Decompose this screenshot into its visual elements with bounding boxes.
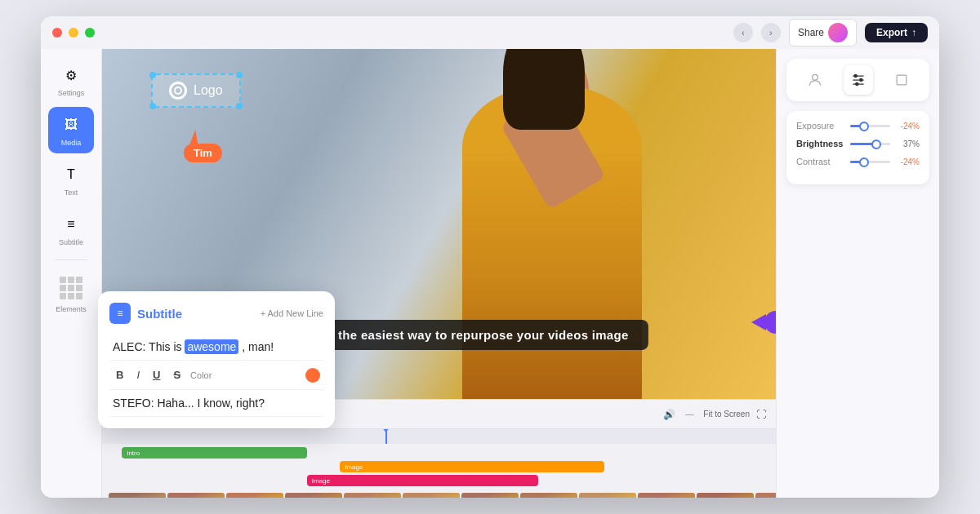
sidebar-divider xyxy=(55,259,87,260)
bold-button[interactable]: B xyxy=(113,367,127,383)
film-frame-3[interactable] xyxy=(226,493,283,498)
settings-icon: ⚙ xyxy=(60,64,82,86)
subtitle-line-1-after: , man! xyxy=(242,340,274,353)
fullscreen-button[interactable]: ⛶ xyxy=(756,409,766,420)
contrast-row: Contrast -24% xyxy=(796,157,920,166)
panel-person-button[interactable] xyxy=(800,65,830,95)
film-frame-8[interactable] xyxy=(520,493,577,498)
fit-screen-label: Fit to Screen xyxy=(703,410,750,419)
adjustment-panel: Exposure -24% Brightness 37% xyxy=(786,111,929,184)
color-picker-button[interactable] xyxy=(305,368,320,383)
sabba-label: Sabba xyxy=(764,311,776,334)
subtitle-panel-icon: ≡ xyxy=(109,303,131,324)
tim-badge: Tim xyxy=(184,131,222,162)
export-label: Export xyxy=(876,27,907,38)
app-window: ‹ › Share Export ↑ ⚙ Settings 🖼 Media xyxy=(41,16,939,498)
title-bar: ‹ › Share Export ↑ xyxy=(41,16,939,49)
sidebar-item-settings[interactable]: ⚙ Settings xyxy=(48,57,94,104)
export-button[interactable]: Export ↑ xyxy=(865,23,928,42)
back-button[interactable]: ‹ xyxy=(733,23,753,42)
film-frame-4[interactable] xyxy=(285,493,342,498)
contrast-label: Contrast xyxy=(796,157,845,166)
handle-top-left[interactable] xyxy=(149,72,156,78)
film-frame-7[interactable] xyxy=(461,493,519,498)
center-area: Logo Tim DIANA: here's the easiest way t… xyxy=(102,49,776,498)
close-button[interactable] xyxy=(52,28,62,38)
svg-point-5 xyxy=(859,78,862,81)
subtitle-line-1: ALEC: This is awesome , man! xyxy=(109,334,323,361)
left-sidebar: ⚙ Settings 🖼 Media T Text ≡ Subtitle xyxy=(41,49,102,498)
film-frame-10[interactable] xyxy=(638,493,695,498)
strikethrough-button[interactable]: S xyxy=(170,367,184,383)
elements-icon xyxy=(56,273,86,303)
timeline-ruler xyxy=(102,429,776,444)
sidebar-item-media[interactable]: 🖼 Media xyxy=(48,107,94,153)
exposure-label: Exposure xyxy=(796,121,845,131)
forward-button[interactable]: › xyxy=(761,23,781,42)
film-frame-1[interactable] xyxy=(109,493,166,498)
track-image2-label: Image xyxy=(312,477,330,485)
subtitle-panel-header: ≡ Subtitle + Add New Line xyxy=(109,303,323,324)
svg-point-0 xyxy=(812,74,817,80)
handle-bottom-right[interactable] xyxy=(236,103,243,109)
film-frame-6[interactable] xyxy=(403,493,460,498)
sidebar-item-text[interactable]: T Text xyxy=(48,157,94,203)
exposure-row: Exposure -24% xyxy=(796,121,920,131)
track-image[interactable]: Image xyxy=(340,461,604,472)
title-bar-actions: ‹ › Share Export ↑ xyxy=(733,19,928,47)
contrast-value: -24% xyxy=(895,157,920,166)
sidebar-label-subtitle: Subtitle xyxy=(59,238,83,246)
brightness-value: 37% xyxy=(895,140,920,148)
film-frame-11[interactable] xyxy=(697,493,754,498)
add-line-button[interactable]: + Add New Line xyxy=(261,308,323,318)
brightness-slider[interactable] xyxy=(850,143,890,145)
italic-button[interactable]: I xyxy=(133,367,143,383)
film-frame-12[interactable] xyxy=(755,493,776,498)
panel-sliders-button[interactable] xyxy=(844,65,873,95)
handle-bottom-left[interactable] xyxy=(149,103,156,109)
person-hair xyxy=(503,49,585,130)
minimize-button[interactable] xyxy=(69,28,78,38)
exposure-slider[interactable] xyxy=(850,125,890,127)
share-button[interactable]: Share xyxy=(789,19,857,47)
logo-text: Logo xyxy=(194,83,223,98)
filmstrip: + xyxy=(102,490,776,498)
track-image-label: Image xyxy=(345,463,363,471)
sidebar-label-elements: Elements xyxy=(56,305,87,313)
film-frame-2[interactable] xyxy=(167,493,225,498)
subtitle-line-1-before: ALEC: This is xyxy=(113,340,185,353)
timeline: Intro Image Image xyxy=(102,428,776,498)
logo-inner-circle xyxy=(174,86,182,95)
brightness-row: Brightness 37% xyxy=(796,139,920,148)
track-intro[interactable]: Intro xyxy=(122,447,307,459)
subtitle-panel-title: ≡ Subtitle xyxy=(109,303,182,324)
timeline-playhead[interactable] xyxy=(385,429,387,444)
underline-button[interactable]: U xyxy=(149,367,163,383)
logo-overlay[interactable]: Logo xyxy=(151,73,241,108)
subtitle-panel: ≡ Subtitle + Add New Line ALEC: This is … xyxy=(98,291,335,428)
media-icon: 🖼 xyxy=(60,113,82,136)
volume-button[interactable]: 🔊 xyxy=(663,409,675,420)
film-frame-9[interactable] xyxy=(579,493,636,498)
user-avatar xyxy=(828,23,848,42)
svg-point-6 xyxy=(855,82,858,85)
contrast-slider[interactable] xyxy=(850,161,890,163)
sidebar-item-subtitle[interactable]: ≡ Subtitle xyxy=(48,206,94,253)
sidebar-item-elements[interactable]: Elements xyxy=(48,267,94,320)
film-frame-5[interactable] xyxy=(344,493,401,498)
brightness-label: Brightness xyxy=(796,139,845,148)
subtitle-title-text: Subtitle xyxy=(137,307,182,321)
sidebar-label-text: Text xyxy=(65,188,78,197)
right-panel: Exposure -24% Brightness 37% xyxy=(776,49,939,498)
main-content: ⚙ Settings 🖼 Media T Text ≡ Subtitle xyxy=(41,49,939,498)
panel-crop-button[interactable] xyxy=(887,65,916,95)
maximize-button[interactable] xyxy=(85,28,95,38)
handle-top-right[interactable] xyxy=(236,72,243,78)
export-icon: ↑ xyxy=(911,27,916,38)
color-label: Color xyxy=(190,370,212,380)
sidebar-label-media: Media xyxy=(61,139,82,147)
track-image2[interactable]: Image xyxy=(307,475,538,486)
sabba-badge: Sabba xyxy=(751,311,776,334)
logo-circle-icon xyxy=(169,82,187,100)
share-label: Share xyxy=(798,27,824,38)
